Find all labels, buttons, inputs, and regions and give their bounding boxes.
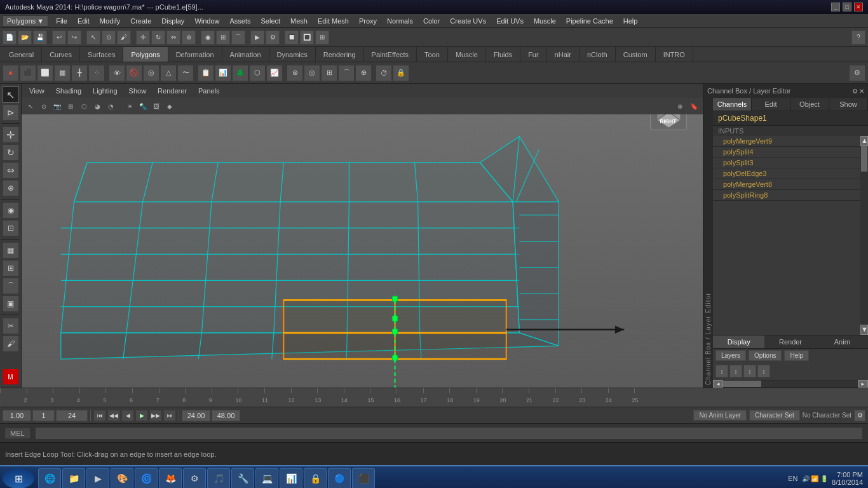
node-polymergevert9[interactable]: polyMergeVert9 xyxy=(713,136,860,147)
node-polydeledge3[interactable]: polyDelEdge3 xyxy=(713,168,860,179)
tab-animation[interactable]: Animation xyxy=(222,47,269,62)
menu-help[interactable]: Help xyxy=(618,16,643,26)
layers-btn[interactable]: Layers xyxy=(715,350,746,361)
tab-custom[interactable]: Custom xyxy=(616,47,656,62)
menu-file[interactable]: File xyxy=(51,16,72,26)
construction-history[interactable]: ⏱ xyxy=(376,65,392,81)
back-btn[interactable]: ◀ xyxy=(121,410,134,421)
vp-bookmark-icon[interactable]: 🔖 xyxy=(688,100,700,112)
render-settings[interactable]: ⚙ xyxy=(266,30,280,44)
soft-mod-btn[interactable]: ◉ xyxy=(3,202,19,219)
menu-assets[interactable]: Assets xyxy=(225,16,256,26)
menu-display[interactable]: Display xyxy=(156,16,189,26)
tab-toon[interactable]: Toon xyxy=(417,47,448,62)
select-by-component[interactable]: ⬜ xyxy=(37,65,53,81)
paint-ops-btn[interactable]: ⊳ xyxy=(3,104,19,121)
mesh-area[interactable]: x y RIGHT persp xyxy=(22,114,703,388)
snap-to-curve[interactable]: ⌒ xyxy=(338,65,355,81)
taskbar-app-13[interactable]: ⬛ xyxy=(352,468,375,488)
tab-deformation[interactable]: Deformation xyxy=(168,47,222,62)
select-by-vertex[interactable]: ⁘ xyxy=(88,65,105,81)
object-tab[interactable]: Object xyxy=(790,98,829,111)
goto-end-btn[interactable]: ⏭ xyxy=(163,410,176,421)
menu-select[interactable]: Select xyxy=(256,16,286,26)
lasso-tool[interactable]: ⊙ xyxy=(102,30,116,44)
menu-modify[interactable]: Modify xyxy=(95,16,125,26)
menu-edit-uvs[interactable]: Edit UVs xyxy=(491,16,529,26)
vp-light-icon[interactable]: ☀ xyxy=(123,100,136,112)
shading-menu[interactable]: Shading xyxy=(51,86,86,96)
disp-icon-4[interactable]: ↕ xyxy=(757,365,770,377)
taskbar-app-9[interactable]: 💻 xyxy=(255,468,278,488)
disp-icon-1[interactable]: ↕ xyxy=(715,365,728,377)
hscroll-left[interactable]: ◄ xyxy=(713,380,723,388)
component-editor[interactable]: 📋 xyxy=(198,65,214,81)
playback-end-input[interactable] xyxy=(182,410,210,421)
undo-button[interactable]: ↩ xyxy=(52,30,66,44)
rotate-tool[interactable]: ↻ xyxy=(151,30,165,44)
region-cut-btn[interactable]: ✂ xyxy=(3,318,19,334)
lighting-menu[interactable]: Lighting xyxy=(88,86,123,96)
show-menu[interactable]: Show xyxy=(124,86,152,96)
nurbs-display[interactable]: 〜 xyxy=(177,65,194,81)
vp-snap-icon[interactable]: ⊕ xyxy=(674,100,686,112)
menu-create-uvs[interactable]: Create UVs xyxy=(445,16,491,26)
vp-shadow-icon[interactable]: 🔦 xyxy=(137,100,149,112)
rp-scrollbar[interactable]: ▲ ▼ xyxy=(860,136,868,335)
render-tab[interactable]: Render xyxy=(764,336,816,348)
viewport[interactable]: View Shading Lighting Show Renderer Pane… xyxy=(22,84,703,388)
rp-close-icon[interactable]: ✕ xyxy=(859,88,864,95)
select-by-object[interactable]: ⬛ xyxy=(20,65,36,81)
snap-curve[interactable]: ⌒ xyxy=(231,30,245,44)
view-menu[interactable]: View xyxy=(24,86,50,96)
tab-general[interactable]: General xyxy=(1,47,42,62)
menu-proxy[interactable]: Proxy xyxy=(354,16,382,26)
minimize-button[interactable]: _ xyxy=(831,3,840,11)
attribute-editor[interactable]: 📊 xyxy=(215,65,231,81)
disp-icon-2[interactable]: ↕ xyxy=(729,365,742,377)
snap-grid[interactable]: ⊞ xyxy=(216,30,230,44)
help-layer-btn[interactable]: Help xyxy=(784,350,809,361)
help-btn[interactable]: ? xyxy=(851,30,865,44)
select-by-face[interactable]: ▦ xyxy=(54,65,71,81)
vp-shaded-wire-icon[interactable]: ◔ xyxy=(104,100,117,112)
taskbar-app-12[interactable]: 🔵 xyxy=(328,468,351,488)
menu-edit-mesh[interactable]: Edit Mesh xyxy=(313,16,354,26)
panels-menu[interactable]: Panels xyxy=(193,86,225,96)
hscroll-thumb[interactable] xyxy=(723,381,761,387)
vp-shaded-icon[interactable]: ◕ xyxy=(91,100,104,112)
tab-dynamics[interactable]: Dynamics xyxy=(269,47,316,62)
close-button[interactable]: ✕ xyxy=(854,3,863,11)
node-polymergevert8[interactable]: polyMergeVert8 xyxy=(713,179,860,190)
prev-frame-btn[interactable]: ◀◀ xyxy=(107,410,120,421)
node-polysplit3[interactable]: polySplit3 xyxy=(713,158,860,168)
menu-muscle[interactable]: Muscle xyxy=(529,16,561,26)
taskbar-app-7[interactable]: 🎵 xyxy=(207,468,230,488)
vp-select-icon[interactable]: ↖ xyxy=(24,100,37,112)
polygon-display[interactable]: △ xyxy=(160,65,177,81)
paint-select[interactable]: 🖌 xyxy=(117,30,131,44)
tab-polygons[interactable]: Polygons xyxy=(123,47,168,62)
quad-view[interactable]: ⊞ xyxy=(315,30,329,44)
scroll-down-btn[interactable]: ▼ xyxy=(860,325,868,335)
snap-to-grids[interactable]: ⊞ xyxy=(321,65,337,81)
snap-curve-btn[interactable]: ⌒ xyxy=(3,278,19,294)
taskbar-app-3[interactable]: 🎨 xyxy=(111,468,133,488)
taskbar-app-11[interactable]: 🔒 xyxy=(304,468,327,488)
maximize-button[interactable]: □ xyxy=(843,3,851,11)
taskbar-app-5[interactable]: 🦊 xyxy=(159,468,182,488)
taskbar-app-4[interactable]: 🌀 xyxy=(135,468,158,488)
hide-selected[interactable]: 🚫 xyxy=(126,65,142,81)
taskbar-app-10[interactable]: 📊 xyxy=(280,468,302,488)
scroll-up-btn[interactable]: ▲ xyxy=(860,136,868,146)
fwd-btn[interactable]: ▶▶ xyxy=(149,410,162,421)
menu-normals[interactable]: Normals xyxy=(382,16,418,26)
total-frames-input[interactable] xyxy=(212,410,240,421)
right-settings[interactable]: ⚙ xyxy=(849,65,865,81)
new-file-button[interactable]: 📄 xyxy=(3,30,17,44)
open-file-button[interactable]: 📂 xyxy=(18,30,32,44)
vp-focus-icon[interactable]: ⊙ xyxy=(37,100,50,112)
snap-surface-btn[interactable]: ▣ xyxy=(3,295,19,312)
char-set-btn[interactable]: ⚙ xyxy=(854,410,865,421)
snap-to-pts[interactable]: ◎ xyxy=(304,65,320,81)
